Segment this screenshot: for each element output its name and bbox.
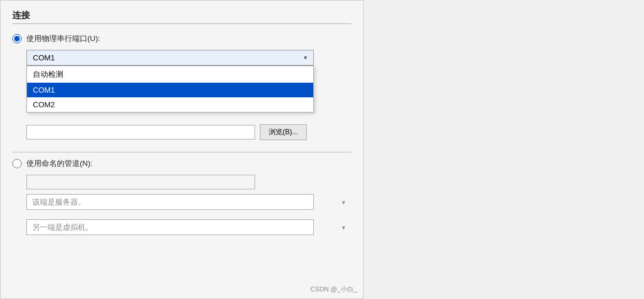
dropdown-item-auto[interactable]: 自动检测 <box>27 66 313 83</box>
radio-row-pipe: 使用命名的管道(N): <box>12 158 351 169</box>
server-combo[interactable]: 该端是服务器。 <box>26 194 314 210</box>
com-dropdown[interactable]: COM1 ▾ <box>26 50 314 66</box>
server-combo-arrow: ▾ <box>342 198 345 206</box>
left-panel: 连接 使用物理串行端口(U): COM1 ▾ 自动检测 COM1 COM2 浏览… <box>0 0 364 299</box>
radio-row-physical: 使用物理串行端口(U): <box>12 33 351 44</box>
pipe-input[interactable] <box>26 175 255 189</box>
other-combo-arrow: ▾ <box>342 223 345 231</box>
dropdown-item-com2[interactable]: COM2 <box>27 97 313 112</box>
radio-physical-label: 使用物理串行端口(U): <box>26 33 100 44</box>
browse-button[interactable]: 浏览(B)... <box>260 124 307 140</box>
physical-path-input[interactable] <box>26 125 255 140</box>
dialog-backdrop: Connection Setup × Connection Serial Por… <box>364 0 644 299</box>
com-dropdown-value: COM1 <box>33 53 304 62</box>
com-dropdown-wrapper: COM1 ▾ 自动检测 COM1 COM2 <box>26 50 351 66</box>
other-combo[interactable]: 另一端是虚拟机。 <box>26 219 314 235</box>
other-combo-wrapper: 另一端是虚拟机。 ▾ 另一端是虚拟机。 <box>26 219 351 235</box>
radio-physical[interactable] <box>12 34 22 43</box>
browse-row: 浏览(B)... <box>26 124 351 140</box>
radio-pipe[interactable] <box>12 159 22 168</box>
com-dropdown-list: 自动检测 COM1 COM2 <box>26 66 314 113</box>
server-combo-wrapper: 该端是服务器。 ▾ 该端是服务器。 <box>26 194 351 210</box>
panel-title: 连接 <box>12 10 351 24</box>
dropdown-item-com1[interactable]: COM1 <box>27 83 313 97</box>
radio-pipe-label: 使用命名的管道(N): <box>26 158 93 169</box>
com-dropdown-arrow: ▾ <box>304 54 307 62</box>
watermark: CSDN @_小白_ <box>310 285 357 294</box>
